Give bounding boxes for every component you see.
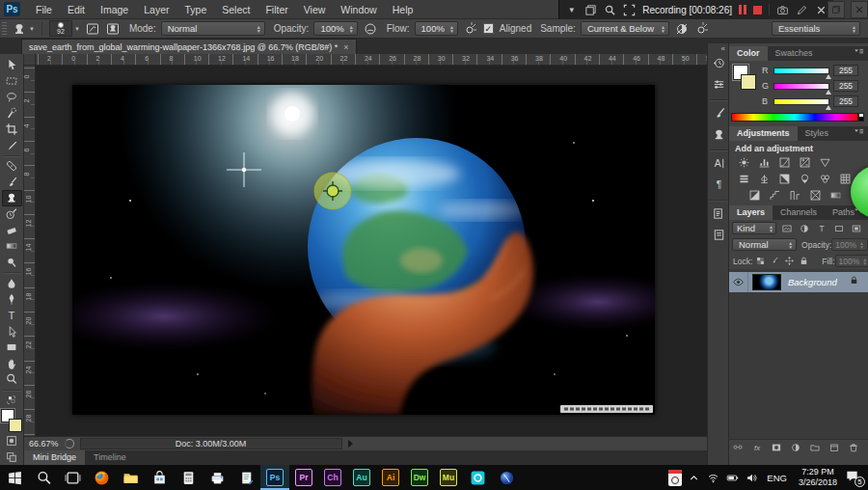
selective-color-adjustment-icon[interactable] bbox=[807, 188, 823, 202]
firefox-taskbar-icon[interactable] bbox=[87, 465, 116, 490]
shape-tool-icon[interactable] bbox=[2, 340, 22, 356]
chevron-down-icon[interactable]: ▼ bbox=[29, 26, 35, 32]
swap-colors-icon[interactable] bbox=[2, 393, 22, 409]
search-taskbar-icon[interactable] bbox=[29, 465, 58, 490]
magnifier-icon[interactable] bbox=[604, 4, 616, 16]
adjustment-layers-filter-icon[interactable] bbox=[797, 222, 811, 234]
background-color-swatch[interactable] bbox=[741, 74, 756, 90]
hue-saturation-adjustment-icon[interactable] bbox=[736, 172, 751, 185]
tab-layers[interactable]: Layers bbox=[729, 205, 773, 220]
smart-objects-filter-icon[interactable] bbox=[849, 222, 863, 234]
tab-styles[interactable]: Styles bbox=[798, 126, 837, 141]
brush-panel-toggle-icon[interactable] bbox=[85, 21, 100, 37]
layer-thumbnail[interactable] bbox=[752, 274, 781, 290]
layer-visibility-toggle[interactable] bbox=[729, 272, 748, 292]
layer-comps-panel-icon[interactable] bbox=[711, 205, 727, 222]
pen-tool-icon[interactable] bbox=[2, 291, 22, 308]
type-layers-filter-icon[interactable]: T bbox=[814, 222, 828, 234]
opacity-select[interactable]: 100%▲▼ bbox=[313, 21, 357, 36]
dodge-tool-icon[interactable] bbox=[2, 255, 22, 271]
gradient-tool-icon[interactable] bbox=[2, 238, 22, 255]
workspace-select[interactable]: Essentials▲▼ bbox=[772, 21, 860, 36]
panel-menu-icon[interactable] bbox=[853, 46, 866, 58]
horizontal-ruler[interactable]: 2024681012141618202224262830323436384042… bbox=[36, 54, 707, 66]
brush-tool-icon[interactable] bbox=[2, 174, 22, 190]
menu-window[interactable]: Window bbox=[333, 0, 384, 19]
document-tab[interactable]: save_earth_from_global_warming-wallpaper… bbox=[21, 39, 357, 54]
menu-edit[interactable]: Edit bbox=[60, 0, 93, 19]
exposure-adjustment-icon[interactable] bbox=[797, 155, 812, 169]
menu-layer[interactable]: Layer bbox=[136, 0, 176, 19]
properties-panel-icon[interactable] bbox=[711, 76, 727, 93]
menu-view[interactable]: View bbox=[296, 0, 334, 19]
menu-help[interactable]: Help bbox=[385, 0, 421, 19]
history-brush-tool-icon[interactable] bbox=[2, 206, 22, 223]
lasso-tool-icon[interactable] bbox=[2, 89, 22, 105]
lock-paint-icon[interactable] bbox=[769, 256, 781, 267]
notes-panel-icon[interactable] bbox=[711, 227, 727, 243]
fax-taskbar-icon[interactable] bbox=[203, 465, 231, 490]
layer-style-icon[interactable]: fx bbox=[750, 442, 764, 454]
crop-tool-icon[interactable] bbox=[2, 122, 22, 138]
healing-tool-icon[interactable] bbox=[2, 158, 22, 175]
notification-icon[interactable]: 5 bbox=[845, 469, 864, 486]
tab-channels[interactable]: Channels bbox=[773, 205, 825, 220]
restore-icon[interactable] bbox=[827, 1, 845, 18]
layer-opacity-select[interactable]: 100%▲▼ bbox=[831, 238, 868, 251]
sample-select[interactable]: Current & Below▲▼ bbox=[581, 21, 669, 36]
task-view-taskbar-icon[interactable] bbox=[58, 465, 87, 490]
airbrush-icon[interactable] bbox=[694, 21, 710, 37]
tab-timeline[interactable]: Timeline bbox=[85, 450, 135, 465]
black-white-adjustment-icon[interactable] bbox=[776, 172, 792, 185]
pause-icon[interactable] bbox=[739, 5, 746, 14]
blur-tool-icon[interactable] bbox=[2, 275, 22, 291]
delete-layer-icon[interactable] bbox=[847, 442, 860, 454]
slider-thumb-icon[interactable] bbox=[826, 105, 831, 110]
brightness-adjustment-icon[interactable] bbox=[736, 155, 751, 169]
channel-mixer-adjustment-icon[interactable] bbox=[817, 172, 832, 185]
shape-layers-filter-icon[interactable] bbox=[831, 222, 846, 234]
tab-color[interactable]: Color bbox=[729, 46, 768, 61]
slider-thumb-icon[interactable] bbox=[826, 74, 831, 79]
dropdown-icon[interactable]: ▾ bbox=[565, 4, 578, 16]
chevron-up-icon[interactable] bbox=[686, 470, 701, 485]
channel-value-field[interactable]: 255 bbox=[833, 65, 858, 76]
mode-select[interactable]: Normal▲▼ bbox=[161, 21, 265, 36]
levels-adjustment-icon[interactable] bbox=[756, 155, 772, 169]
panel-menu-icon[interactable] bbox=[853, 126, 866, 138]
tab-adjustments[interactable]: Adjustments bbox=[729, 126, 798, 141]
brush-preset-picker[interactable]: 92 bbox=[49, 20, 72, 37]
spectrum-bw-swatch[interactable] bbox=[858, 113, 864, 122]
vibrance-adjustment-icon[interactable] bbox=[817, 155, 832, 169]
close-tab-icon[interactable]: × bbox=[343, 42, 348, 52]
battery-icon[interactable] bbox=[724, 470, 740, 485]
airbrush-icon[interactable] bbox=[463, 21, 478, 37]
marquee-tool-icon[interactable] bbox=[2, 73, 22, 90]
background-color-swatch[interactable] bbox=[9, 419, 22, 432]
notepad-taskbar-icon[interactable] bbox=[231, 465, 260, 490]
lock-position-icon[interactable] bbox=[783, 256, 796, 267]
layer-fill-select[interactable]: 100%▲▼ bbox=[835, 255, 868, 267]
chevron-down-icon[interactable]: ▼ bbox=[74, 26, 80, 32]
channel-slider[interactable] bbox=[773, 98, 829, 105]
stop-icon[interactable] bbox=[753, 6, 762, 14]
expand-panels-icon[interactable]: « bbox=[721, 44, 725, 53]
path-select-tool-icon[interactable] bbox=[2, 323, 22, 340]
blue-sphere-app-taskbar-icon[interactable] bbox=[492, 465, 521, 490]
frame-icon[interactable] bbox=[623, 4, 636, 16]
taskbar-app-mu[interactable]: Mu bbox=[434, 465, 463, 490]
blend-mode-select[interactable]: Normal▲▼ bbox=[732, 238, 797, 251]
pixel-layers-filter-icon[interactable] bbox=[779, 222, 794, 234]
slider-thumb-icon[interactable] bbox=[826, 90, 831, 95]
quick-mask-icon[interactable] bbox=[2, 433, 22, 449]
clone-source-panel-icon[interactable] bbox=[105, 21, 121, 37]
color-balance-adjustment-icon[interactable] bbox=[756, 172, 772, 185]
layer-filter-kind-select[interactable]: Kind▲▼ bbox=[732, 222, 776, 234]
vertical-ruler[interactable]: 0246810121416182022242628 bbox=[24, 66, 36, 436]
aligned-checkbox[interactable]: ✓ bbox=[483, 23, 494, 34]
character-panel-icon[interactable]: A bbox=[711, 155, 727, 172]
move-tool-icon[interactable] bbox=[2, 57, 22, 73]
curves-adjustment-icon[interactable] bbox=[776, 155, 792, 169]
ignore-adjustment-layers-icon[interactable] bbox=[674, 21, 690, 37]
new-group-icon[interactable] bbox=[808, 442, 822, 454]
